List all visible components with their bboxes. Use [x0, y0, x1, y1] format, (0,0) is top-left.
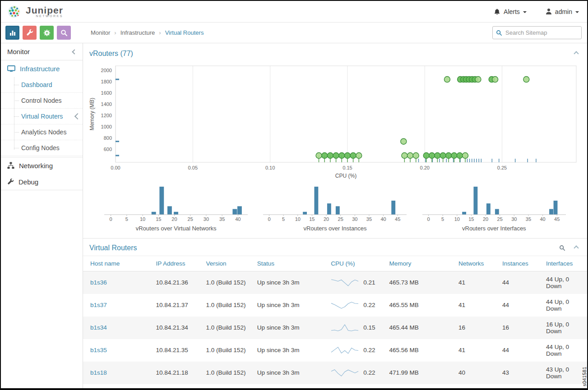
breadcrumb-virtual-routers[interactable]: Virtual Routers [165, 29, 204, 36]
version-cell: 1.0 (Build 152) [202, 294, 253, 317]
user-menu[interactable]: admin [546, 8, 579, 15]
svg-text:15: 15 [156, 216, 161, 222]
sidebar-item-dashboard[interactable]: Dashboard [1, 77, 83, 93]
svg-text:0.20: 0.20 [420, 165, 430, 170]
svg-text:20: 20 [324, 216, 329, 222]
svg-text:25: 25 [497, 216, 502, 222]
column-memory[interactable]: Memory [385, 256, 454, 271]
instances-cell: 16 [498, 317, 542, 339]
svg-text:40: 40 [381, 216, 386, 222]
host-link[interactable]: b1s18 [90, 369, 107, 376]
vrouters-section-tools [574, 52, 578, 55]
cpu-value: 0.22 [363, 302, 375, 308]
sitemap-search-input[interactable] [492, 26, 582, 39]
svg-text:1200: 1200 [101, 113, 112, 118]
svg-text:1600: 1600 [101, 90, 112, 96]
sidebar-item-label: Control Nodes [21, 97, 62, 104]
breadcrumb-monitor[interactable]: Monitor [91, 29, 110, 36]
virtual-networks-histogram: 0510152025303540 vRouters over Virtual N… [102, 185, 250, 232]
memory-cell: 465.55 MB [385, 294, 454, 317]
column-instances[interactable]: Instances [498, 256, 542, 271]
column-cpu[interactable]: CPU (%) [326, 256, 384, 271]
column-status[interactable]: Status [253, 256, 327, 271]
sidebar-item-control-nodes[interactable]: Control Nodes [1, 93, 83, 109]
column-interfaces[interactable]: Interfaces [542, 256, 587, 271]
vrouters-scatter-chart: 0.000.050.100.150.200.256008001000120014… [88, 62, 582, 180]
svg-text:45: 45 [395, 216, 401, 222]
svg-text:5: 5 [282, 216, 285, 222]
column-host-name[interactable]: Host name [83, 256, 151, 271]
sidebar-item-infrastructure[interactable]: Infrastructure [1, 60, 83, 77]
table-row: b1s3410.84.21.341.0 (Build 152)Up since … [83, 317, 587, 339]
person-icon [546, 8, 552, 15]
table-header-row: Host name IP Address Version Status CPU … [83, 256, 587, 271]
collapse-section-icon[interactable] [574, 51, 579, 56]
host-cell: b1s34 [83, 317, 151, 339]
sidebar-item-analytics-nodes[interactable]: Analytics Nodes [1, 124, 83, 140]
sidebar: Monitor Infrastructure Dashboard Control… [1, 43, 83, 388]
ip-cell: 10.84.21.37 [151, 294, 201, 317]
status-cell: Up since 3h 3m [253, 317, 327, 339]
svg-text:15: 15 [468, 216, 474, 222]
sidebar-item-label: Networking [19, 162, 53, 170]
cpu-cell: 0.22 [331, 346, 380, 355]
interfaces-cell: 44 Up, 0 Down [542, 271, 587, 294]
svg-text:15: 15 [310, 216, 315, 222]
vrouters-chart: 0.000.050.100.150.200.256008001000120014… [83, 61, 587, 182]
sidebar-header: Monitor [1, 43, 83, 60]
table-row: b1s3710.84.21.371.0 (Build 152)Up since … [83, 294, 587, 317]
table-search-icon[interactable] [559, 245, 565, 251]
cpu-cell: 0.15 [331, 323, 380, 332]
selected-item-marker-icon [74, 113, 81, 119]
collapse-section-icon[interactable] [574, 245, 579, 250]
chevron-down-icon [575, 11, 579, 13]
interfaces-cell: 44 Up, 0 Down [542, 339, 587, 362]
svg-text:0.15: 0.15 [343, 165, 352, 170]
monitor-module-button[interactable] [5, 26, 19, 40]
version-cell: 1.0 (Build 152) [202, 339, 253, 362]
svg-text:45: 45 [554, 216, 560, 222]
sitemap-search [492, 26, 582, 39]
column-networks[interactable]: Networks [454, 256, 498, 271]
breadcrumb-infrastructure[interactable]: Infrastructure [120, 29, 155, 36]
sidebar-item-virtual-routers[interactable]: Virtual Routers [1, 109, 83, 124]
svg-text:10: 10 [140, 216, 145, 222]
column-ip-address[interactable]: IP Address [151, 256, 201, 271]
column-version[interactable]: Version [202, 256, 253, 271]
query-module-button[interactable] [57, 26, 71, 40]
host-link[interactable]: b1s36 [90, 279, 107, 286]
host-link[interactable]: b1s37 [90, 302, 107, 308]
host-link[interactable]: b1s35 [90, 347, 107, 353]
sidebar-item-networking[interactable]: Networking [1, 157, 83, 174]
alerts-menu[interactable]: Alerts [494, 8, 527, 15]
svg-text:30: 30 [352, 216, 358, 222]
svg-text:35: 35 [366, 216, 372, 222]
cpu-value: 0.21 [363, 279, 375, 286]
cpu-cell: 0.22 [331, 368, 380, 377]
sidebar-collapse-icon[interactable] [72, 49, 77, 54]
brand-text: Juniper NETWORKS [26, 6, 63, 18]
sidebar-item-debug[interactable]: Debug [1, 174, 83, 190]
host-link[interactable]: b1s34 [90, 324, 107, 331]
breadcrumb-separator: › [114, 29, 116, 36]
memory-cell: 471.99 MB [385, 362, 454, 384]
networks-cell: 41 [454, 294, 498, 317]
interfaces-cell: 16 Up, 0 Down [542, 317, 587, 339]
sidebar-item-label: Analytics Nodes [21, 128, 66, 136]
svg-text:10: 10 [295, 216, 301, 222]
ip-cell: 10.84.21.35 [151, 339, 201, 362]
instances-cell: 43 [498, 362, 542, 384]
svg-text:2000: 2000 [101, 68, 112, 73]
settings-module-button[interactable] [40, 26, 54, 40]
svg-text:25: 25 [188, 216, 193, 222]
mini-charts: 0510152025303540 vRouters over Virtual N… [83, 182, 587, 234]
status-cell: Up since 3h 3m [253, 294, 327, 317]
infrastructure-children: Dashboard Control Nodes Virtual Routers … [1, 77, 83, 157]
svg-text:35: 35 [526, 216, 531, 222]
histogram-title: vRouters over Interfaces [462, 225, 526, 232]
sidebar-item-config-nodes[interactable]: Config Nodes [1, 140, 83, 156]
brand-name: Juniper [26, 6, 63, 14]
sidebar-item-label: Virtual Routers [21, 113, 63, 120]
ip-cell: 10.84.21.36 [151, 271, 201, 294]
configure-module-button[interactable] [23, 26, 37, 40]
